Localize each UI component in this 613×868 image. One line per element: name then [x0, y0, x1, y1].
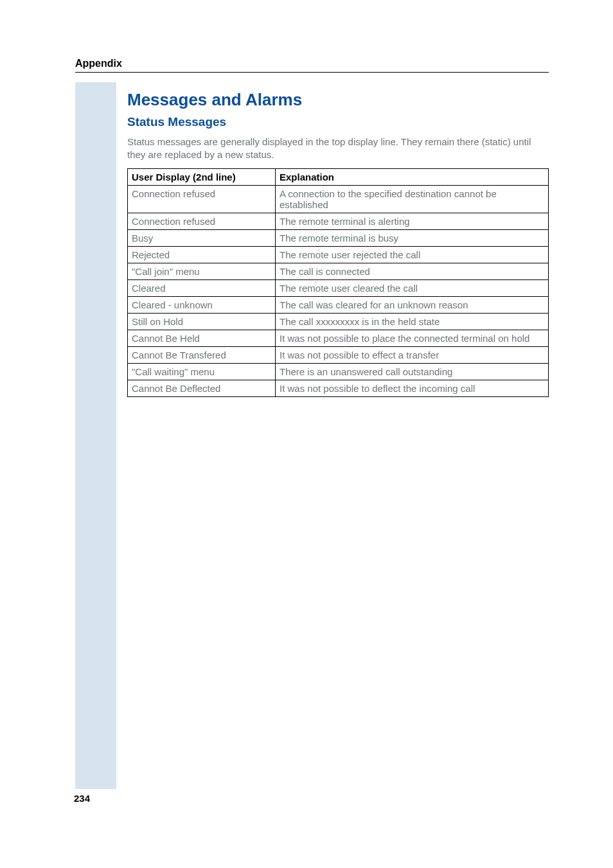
cell-display: Connection refused [128, 185, 276, 213]
table-row: Cleared - unknownThe call was cleared fo… [128, 296, 549, 313]
cell-explanation: It was not possible to effect a transfer [276, 346, 549, 363]
cell-display: Busy [128, 229, 276, 246]
page-number: 234 [74, 793, 90, 804]
cell-explanation: The call xxxxxxxxx is in the held state [276, 313, 549, 330]
table-row: "Call waiting" menuThere is an unanswere… [128, 363, 549, 380]
table-row: Cannot Be HeldIt was not possible to pla… [128, 330, 549, 346]
cell-explanation: It was not possible to place the connect… [276, 330, 549, 346]
page-title: Messages and Alarms [127, 90, 549, 110]
cell-explanation: There is an unanswered call outstanding [276, 363, 549, 380]
cell-explanation: The remote terminal is alerting [276, 213, 549, 229]
cell-display: Still on Hold [128, 313, 276, 330]
cell-explanation: A connection to the specified destinatio… [276, 185, 549, 213]
cell-display: Cannot Be Transfered [128, 346, 276, 363]
cell-display: Cleared - unknown [128, 296, 276, 313]
cell-explanation: The call is connected [276, 263, 549, 279]
table-row: "Call join" menuThe call is connected [128, 263, 549, 279]
table-row: Still on HoldThe call xxxxxxxxx is in th… [128, 313, 549, 330]
table-header-col1: User Display (2nd line) [128, 168, 276, 185]
table-header-col2: Explanation [276, 168, 549, 185]
main-content: Messages and Alarms Status Messages Stat… [127, 90, 549, 397]
table-row: Connection refusedThe remote terminal is… [128, 213, 549, 229]
table-row: RejectedThe remote user rejected the cal… [128, 246, 549, 263]
status-table: User Display (2nd line) Explanation Conn… [127, 168, 549, 397]
section-header: Appendix [75, 58, 122, 69]
table-row: Cannot Be DeflectedIt was not possible t… [128, 380, 549, 396]
cell-explanation: It was not possible to deflect the incom… [276, 380, 549, 396]
cell-explanation: The remote user rejected the call [276, 246, 549, 263]
page-subtitle: Status Messages [127, 115, 549, 129]
cell-explanation: The remote terminal is busy [276, 229, 549, 246]
table-row: Connection refusedA connection to the sp… [128, 185, 549, 213]
cell-explanation: The call was cleared for an unknown reas… [276, 296, 549, 313]
table-row: ClearedThe remote user cleared the call [128, 279, 549, 296]
header-rule [75, 72, 549, 73]
cell-explanation: The remote user cleared the call [276, 279, 549, 296]
cell-display: Cannot Be Deflected [128, 380, 276, 396]
cell-display: Cleared [128, 279, 276, 296]
cell-display: Connection refused [128, 213, 276, 229]
table-row: BusyThe remote terminal is busy [128, 229, 549, 246]
cell-display: Cannot Be Held [128, 330, 276, 346]
intro-paragraph: Status messages are generally displayed … [127, 136, 549, 162]
cell-display: "Call waiting" menu [128, 363, 276, 380]
sidebar-strip [75, 82, 116, 789]
cell-display: Rejected [128, 246, 276, 263]
cell-display: "Call join" menu [128, 263, 276, 279]
table-row: Cannot Be TransferedIt was not possible … [128, 346, 549, 363]
